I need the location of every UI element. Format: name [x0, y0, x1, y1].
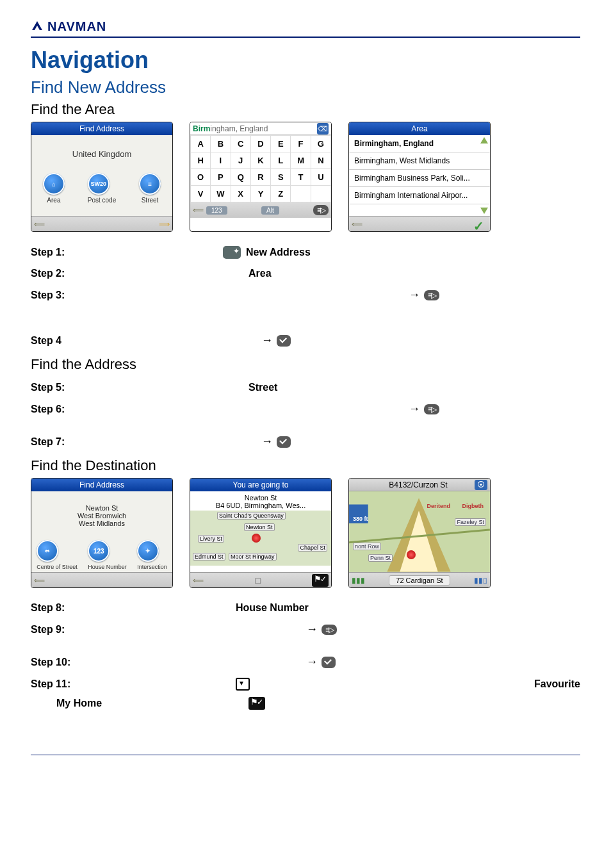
- key[interactable]: W: [211, 186, 231, 202]
- key[interactable]: P: [211, 169, 231, 186]
- back-arrow-icon[interactable]: ⟸: [34, 576, 45, 585]
- device-body: United Kingdom ⌂Area SW20Post code ≡Stre…: [31, 135, 172, 216]
- back-arrow-icon[interactable]: ⟸: [193, 206, 204, 215]
- key[interactable]: Z: [271, 186, 291, 202]
- device-footer: ⟸: [31, 572, 172, 587]
- check-icon: [322, 657, 336, 668]
- key[interactable]: D: [250, 136, 270, 152]
- key[interactable]: [291, 186, 311, 202]
- key[interactable]: R: [250, 169, 270, 186]
- scroll-up-icon[interactable]: [480, 137, 488, 143]
- icon-area[interactable]: ⌂Area: [43, 173, 65, 204]
- step-2: Step 2: Area: [31, 268, 580, 279]
- key[interactable]: O: [191, 169, 211, 186]
- go-button-icon[interactable]: [312, 574, 329, 587]
- list-item[interactable]: Birmingham, West Midlands: [349, 152, 490, 170]
- key[interactable]: S: [271, 169, 291, 186]
- list-item[interactable]: Birmingham Business Park, Soli...: [349, 170, 490, 187]
- key[interactable]: E: [271, 136, 291, 152]
- brand-logo: NAVMAN: [31, 19, 106, 34]
- addr-line: B4 6UD, Birmingham, Wes...: [190, 502, 331, 509]
- key[interactable]: Y: [250, 186, 270, 202]
- addr-line: Newton St: [190, 494, 331, 502]
- arrow-icon: [409, 402, 424, 416]
- key[interactable]: H: [191, 152, 211, 169]
- key[interactable]: Q: [231, 169, 250, 186]
- signal-icon: ▮▮▮: [352, 576, 365, 585]
- road-label: Livery St: [198, 535, 224, 543]
- key[interactable]: C: [231, 136, 250, 152]
- arrow-icon: [261, 334, 277, 347]
- road-label: nont Row: [353, 543, 381, 550]
- key[interactable]: M: [291, 152, 311, 169]
- road-label: Moor St Ringway: [229, 553, 277, 561]
- confirm-icon[interactable]: [473, 218, 487, 230]
- key[interactable]: K: [250, 152, 270, 169]
- keyboard-grid: ABCDEFG HIJKLMN OPQRSTU VWXYZ: [190, 135, 331, 202]
- back-arrow-icon[interactable]: ⟸: [193, 576, 204, 585]
- device-3d-nav: B4132/Curzon St ⦿ 380 ft Deritend Digbet…: [348, 478, 491, 588]
- nav-map-canvas[interactable]: 380 ft Deritend Digbeth Fazeley St nont …: [349, 491, 490, 572]
- area-label: Deritend: [427, 503, 450, 509]
- area-label: Digbeth: [462, 503, 484, 509]
- brand-icon: [31, 20, 44, 33]
- icon-house-number[interactable]: 123House Number: [88, 540, 127, 570]
- back-arrow-icon[interactable]: ⟸: [34, 220, 45, 229]
- device-find-address: Find Address United Kingdom ⌂Area SW20Po…: [31, 122, 173, 232]
- key[interactable]: A: [191, 136, 211, 152]
- device-footer: ⟸ ⟹: [31, 216, 172, 231]
- step-7: Step 7:: [31, 435, 580, 448]
- page-title: Navigation: [31, 47, 580, 74]
- alt-mode-button[interactable]: Alt: [261, 206, 279, 215]
- key[interactable]: G: [311, 136, 330, 152]
- preview-address: Newton St B4 6UD, Birmingham, Wes...: [190, 491, 331, 509]
- key[interactable]: [311, 186, 330, 202]
- typed-content[interactable]: Birmingham, England: [193, 122, 268, 135]
- key[interactable]: F: [291, 136, 311, 152]
- num-mode-button[interactable]: 123: [206, 206, 227, 215]
- key[interactable]: T: [291, 169, 311, 186]
- section-subtitle: Find New Address: [31, 78, 580, 97]
- key[interactable]: V: [191, 186, 211, 202]
- destination-screens-row: Find Address Newton St West Bromwich Wes…: [31, 478, 580, 588]
- icon-intersection[interactable]: ✦Intersection: [137, 540, 167, 570]
- key[interactable]: I: [211, 152, 231, 169]
- key[interactable]: N: [311, 152, 330, 169]
- key[interactable]: J: [231, 152, 250, 169]
- list-item[interactable]: Birmingham, England: [349, 135, 490, 152]
- device-title: Area: [349, 122, 490, 135]
- country-label: United Kingdom: [31, 135, 172, 159]
- key[interactable]: L: [271, 152, 291, 169]
- key[interactable]: X: [231, 186, 250, 202]
- icon-centre-street[interactable]: ⇔Centre of Street: [37, 540, 77, 570]
- arrow-icon: [306, 655, 322, 669]
- back-arrow-icon[interactable]: ⟸: [352, 220, 363, 229]
- key[interactable]: B: [211, 136, 231, 152]
- icon-postcode[interactable]: SW20Post code: [88, 173, 116, 204]
- next-road: 72 Cardigan St: [389, 575, 450, 585]
- save-button-icon[interactable]: ▢: [254, 576, 261, 585]
- step-1-action: ✦ New Address: [223, 246, 311, 259]
- preview-map-canvas[interactable]: Saint Chad's Queensway Newton St Livery …: [190, 511, 331, 566]
- brand-text: NAVMAN: [47, 19, 106, 34]
- backspace-icon[interactable]: ⌫: [317, 123, 329, 135]
- house-number-icon: 123: [88, 540, 110, 562]
- device-title: Find Address: [31, 479, 172, 491]
- list-icon: [424, 290, 439, 300]
- keyboard-footer: ⟸ 123 Alt: [190, 202, 331, 218]
- current-road: B4132/Curzon St: [389, 479, 447, 491]
- postcode-icon: SW20: [88, 173, 110, 195]
- step-8: Step 8: House Number: [31, 602, 580, 614]
- arrow-icon: [306, 623, 322, 636]
- key[interactable]: U: [311, 169, 330, 186]
- step-4: Step 4: [31, 334, 580, 347]
- forward-arrow-icon[interactable]: ⟹: [159, 220, 170, 229]
- list-item[interactable]: Birmingham International Airpor...: [349, 187, 490, 204]
- nav-bottom-bar: ▮▮▮ 72 Cardigan St ▮▮▯: [349, 572, 490, 587]
- scroll-down-icon[interactable]: [480, 208, 488, 214]
- list-forward-icon[interactable]: [313, 205, 329, 215]
- vehicle-marker-icon: [407, 550, 416, 559]
- icon-street[interactable]: ≡Street: [139, 173, 161, 204]
- selected-address: Newton St West Bromwich West Midlands: [31, 491, 172, 527]
- info-icon[interactable]: ⦿: [475, 480, 487, 490]
